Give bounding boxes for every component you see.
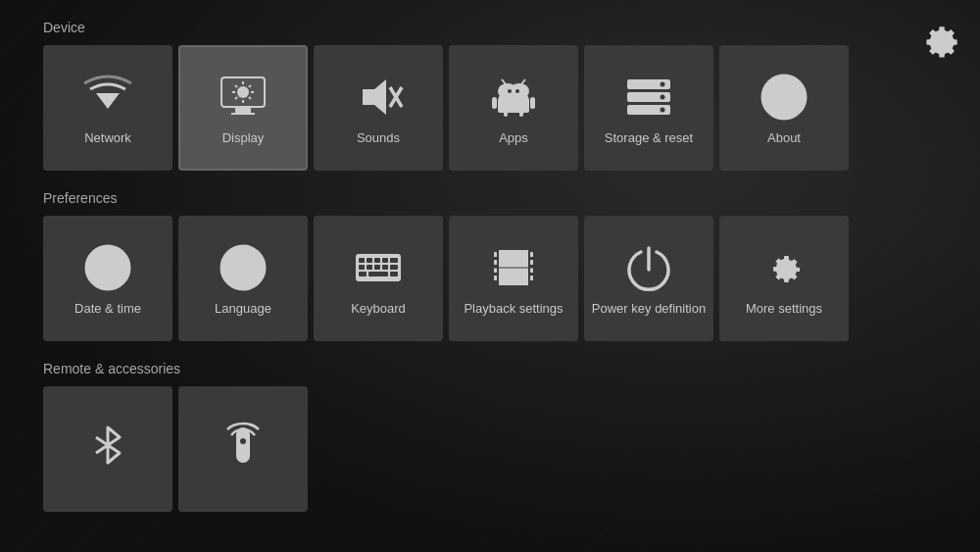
svg-line-25	[521, 79, 525, 84]
svg-rect-3	[231, 113, 255, 115]
remote-section-label: Remote & accessories	[43, 361, 937, 376]
language-label: Language	[215, 301, 271, 316]
display-label: Display	[222, 130, 265, 145]
svg-rect-48	[382, 258, 388, 263]
android-icon	[488, 72, 539, 123]
svg-point-23	[515, 89, 519, 93]
keyboard-label: Keyboard	[351, 301, 406, 316]
svg-rect-35	[781, 93, 787, 109]
tile-datetime[interactable]: Date & time	[43, 216, 172, 341]
tile-display[interactable]: Display	[178, 45, 308, 171]
svg-point-40	[106, 265, 111, 270]
playback-label: Playback settings	[464, 301, 563, 316]
svg-rect-18	[492, 97, 497, 109]
info-icon	[759, 72, 809, 123]
svg-marker-0	[96, 93, 120, 109]
svg-rect-54	[390, 265, 398, 270]
tile-powerkey[interactable]: Power key definition	[584, 216, 713, 341]
svg-rect-2	[235, 107, 251, 113]
device-tiles-row: Network	[43, 45, 937, 171]
tile-moresettings[interactable]: More settings	[719, 216, 849, 341]
apps-label: Apps	[499, 130, 528, 145]
display-icon	[218, 72, 269, 123]
svg-rect-56	[368, 272, 388, 276]
svg-rect-65	[530, 252, 533, 257]
svg-rect-47	[374, 258, 380, 263]
tile-keyboard[interactable]: Keyboard	[314, 216, 443, 341]
svg-point-36	[781, 83, 788, 90]
svg-rect-51	[367, 265, 372, 270]
about-label: About	[767, 130, 801, 145]
svg-line-24	[502, 79, 506, 84]
preferences-tiles-row: Date & time Language	[43, 216, 937, 341]
svg-point-33	[661, 107, 665, 112]
svg-line-9	[235, 85, 237, 87]
svg-marker-13	[363, 79, 386, 115]
svg-rect-52	[374, 265, 380, 270]
svg-rect-63	[494, 268, 497, 273]
svg-rect-62	[494, 260, 497, 265]
svg-rect-49	[390, 258, 398, 263]
mute-icon	[353, 72, 404, 123]
storage-icon	[623, 72, 674, 123]
film-icon	[488, 242, 539, 293]
svg-rect-68	[530, 276, 533, 280]
network-label: Network	[84, 130, 131, 145]
svg-rect-67	[530, 268, 533, 273]
svg-rect-27	[519, 107, 523, 117]
svg-rect-57	[390, 272, 398, 276]
gear-settings-icon	[759, 242, 809, 293]
settings-gear-icon[interactable]	[915, 18, 962, 65]
power-icon	[623, 242, 674, 293]
bluetooth-icon	[82, 420, 133, 471]
svg-rect-17	[498, 99, 529, 113]
svg-rect-55	[359, 272, 367, 276]
tile-sounds[interactable]: Sounds	[314, 45, 443, 171]
svg-point-22	[508, 89, 512, 93]
remote-control-icon	[218, 420, 269, 471]
svg-line-10	[249, 97, 251, 99]
datetime-label: Date & time	[74, 301, 141, 316]
preferences-section-label: Preferences	[43, 190, 937, 206]
sounds-label: Sounds	[357, 130, 400, 145]
svg-rect-53	[382, 265, 388, 270]
svg-point-32	[661, 94, 665, 99]
tile-playback[interactable]: Playback settings	[449, 216, 578, 341]
svg-rect-45	[359, 258, 365, 263]
tile-apps[interactable]: Apps	[449, 45, 578, 171]
tile-storage[interactable]: Storage & reset	[584, 45, 713, 171]
globe-icon	[218, 242, 269, 293]
tile-remote[interactable]	[178, 386, 308, 512]
svg-rect-50	[359, 265, 365, 270]
svg-line-11	[249, 85, 251, 87]
storage-label: Storage & reset	[605, 130, 693, 145]
svg-rect-61	[494, 252, 497, 257]
clock-icon	[82, 242, 133, 293]
moresettings-label: More settings	[746, 301, 822, 316]
tile-network[interactable]: Network	[43, 45, 172, 171]
svg-rect-19	[530, 97, 535, 109]
remote-tiles-row	[43, 386, 937, 512]
powerkey-label: Power key definition	[592, 301, 706, 316]
svg-point-72	[240, 438, 246, 444]
svg-rect-26	[504, 107, 508, 117]
svg-rect-64	[494, 276, 497, 280]
svg-rect-46	[367, 258, 372, 263]
tile-bluetooth[interactable]	[43, 386, 172, 512]
svg-point-4	[237, 86, 249, 98]
tile-language[interactable]: Language	[178, 216, 308, 341]
device-section-label: Device	[43, 20, 937, 35]
keyboard-icon	[353, 242, 404, 293]
svg-line-12	[235, 97, 237, 99]
wifi-icon	[82, 72, 133, 123]
svg-rect-71	[236, 427, 250, 463]
svg-rect-66	[530, 260, 533, 265]
tile-about[interactable]: About	[719, 45, 849, 171]
svg-point-31	[661, 81, 665, 86]
